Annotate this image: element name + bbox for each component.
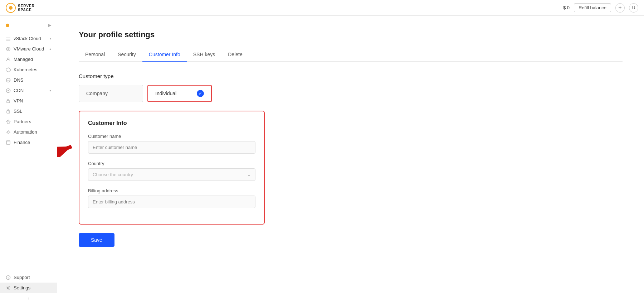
topbar-right: $ 0 Refill balance + U	[563, 3, 638, 13]
customer-name-label: Customer name	[88, 134, 255, 139]
svg-point-21	[8, 287, 9, 289]
svg-rect-17	[6, 141, 10, 144]
vmware-cloud-icon	[6, 47, 11, 52]
sidebar-item-label: VPN	[14, 98, 23, 104]
sidebar-item-label: SSL	[14, 109, 23, 114]
form-container-wrapper: Customer Info Customer name Country Choo…	[79, 111, 623, 233]
sidebar-item-label: Automation	[14, 129, 37, 135]
sidebar-item-kubernetes[interactable]: Kubernetes	[0, 64, 57, 75]
balance-display: $ 0	[563, 5, 570, 10]
svg-rect-12	[7, 101, 10, 103]
svg-rect-2	[6, 38, 10, 38]
svg-point-14	[8, 111, 9, 112]
chevron-icon: ◂	[49, 88, 51, 92]
logo: SERVER SPACE	[6, 3, 35, 13]
sidebar-item-label: Support	[14, 275, 30, 280]
individual-label: Individual	[155, 91, 176, 96]
customer-type-row: Company Individual ✓	[79, 85, 623, 102]
sidebar-item-label: Managed	[14, 57, 33, 62]
selected-checkmark: ✓	[197, 90, 204, 97]
svg-rect-3	[6, 39, 10, 39]
tab-customer-info[interactable]: Customer Info	[142, 48, 187, 62]
sidebar-item-dns[interactable]: DNS	[0, 75, 57, 85]
country-group: Country Choose the country	[88, 161, 255, 181]
country-select-wrapper: Choose the country	[88, 168, 255, 181]
individual-type-button[interactable]: Individual ✓	[147, 85, 212, 102]
logo-text-server: SERVER	[18, 4, 35, 8]
svg-text:?: ?	[8, 276, 9, 279]
company-type-button[interactable]: Company	[79, 85, 143, 102]
sidebar-item-vpn[interactable]: VPN	[0, 96, 57, 106]
sidebar-item-label: VMware Cloud	[14, 46, 44, 52]
sidebar-item-support[interactable]: ? Support	[0, 272, 57, 283]
chevron-icon: ◂	[49, 37, 51, 40]
sidebar-item-ssl[interactable]: SSL	[0, 106, 57, 116]
svg-point-11	[8, 90, 9, 91]
svg-point-1	[9, 6, 13, 10]
finance-icon	[6, 140, 11, 145]
partners-icon	[6, 119, 11, 124]
sidebar-item-cdn[interactable]: CDN ◂	[0, 85, 57, 96]
sidebar-item-label: Settings	[14, 285, 30, 290]
sidebar-item-automation[interactable]: Automation	[0, 127, 57, 137]
tab-delete[interactable]: Delete	[221, 48, 249, 62]
sidebar-item-label: DNS	[14, 77, 23, 83]
managed-icon	[6, 57, 11, 62]
kubernetes-icon	[6, 67, 11, 72]
customer-name-input[interactable]	[88, 141, 255, 154]
sidebar-item-finance[interactable]: Finance	[0, 137, 57, 148]
sidebar-item-label: CDN	[14, 88, 24, 93]
sidebar: ▶ vStack Cloud ◂ VMware Cloud ◂ Managed …	[0, 16, 57, 308]
sidebar-item-label: vStack Cloud	[14, 36, 41, 41]
chevron-icon: ◂	[49, 47, 51, 51]
save-button[interactable]: Save	[79, 233, 114, 247]
company-label: Company	[86, 91, 108, 96]
svg-point-16	[7, 131, 9, 133]
tab-security[interactable]: Security	[111, 48, 142, 62]
sidebar-item-label: Finance	[14, 140, 30, 145]
layout: ▶ vStack Cloud ◂ VMware Cloud ◂ Managed …	[0, 16, 644, 308]
svg-rect-4	[6, 40, 10, 40]
svg-rect-15	[7, 122, 9, 124]
refill-balance-button[interactable]: Refill balance	[574, 3, 611, 12]
billing-address-label: Billing address	[88, 188, 255, 193]
main-content: Your profile settings Personal Security …	[57, 16, 644, 308]
automation-icon	[6, 130, 11, 135]
ssl-icon	[6, 109, 11, 114]
cdn-icon	[6, 88, 11, 93]
billing-address-input[interactable]	[88, 196, 255, 208]
customer-name-group: Customer name	[88, 134, 255, 154]
user-avatar-button[interactable]: U	[629, 3, 638, 13]
country-label: Country	[88, 161, 255, 166]
settings-icon	[6, 285, 11, 290]
billing-address-group: Billing address	[88, 188, 255, 208]
sidebar-item-partners[interactable]: Partners	[0, 116, 57, 127]
sidebar-collapse-button[interactable]: ‹	[0, 293, 57, 304]
sidebar-bottom: ? Support Settings ‹	[0, 269, 57, 304]
customer-info-form-box: Customer Info Customer name Country Choo…	[79, 111, 265, 225]
page-title: Your profile settings	[79, 30, 623, 39]
red-arrow-annotation	[57, 136, 75, 157]
vstack-cloud-icon	[6, 36, 11, 41]
sidebar-item-vstack-cloud[interactable]: vStack Cloud ◂	[0, 33, 57, 44]
tabs: Personal Security Customer Info SSH keys…	[79, 48, 623, 62]
tab-personal[interactable]: Personal	[79, 48, 111, 62]
logo-text-space: SPACE	[18, 8, 35, 12]
country-select[interactable]: Choose the country	[88, 168, 255, 181]
logo-icon	[6, 3, 16, 13]
sidebar-status-dot	[6, 24, 9, 27]
dns-icon	[6, 78, 11, 83]
tab-ssh-keys[interactable]: SSH keys	[187, 48, 221, 62]
sidebar-expand-icon[interactable]: ▶	[48, 23, 51, 28]
form-section-title: Customer Info	[88, 120, 255, 126]
svg-point-6	[8, 48, 9, 50]
add-button[interactable]: +	[615, 3, 625, 13]
vpn-icon	[6, 98, 11, 104]
sidebar-top: ▶	[0, 20, 57, 30]
sidebar-item-label: Kubernetes	[14, 67, 38, 72]
topbar: SERVER SPACE $ 0 Refill balance + U	[0, 0, 644, 16]
sidebar-item-managed[interactable]: Managed	[0, 54, 57, 64]
sidebar-item-settings[interactable]: Settings	[0, 283, 57, 293]
sidebar-item-vmware-cloud[interactable]: VMware Cloud ◂	[0, 44, 57, 54]
customer-type-section-title: Customer type	[79, 73, 623, 79]
